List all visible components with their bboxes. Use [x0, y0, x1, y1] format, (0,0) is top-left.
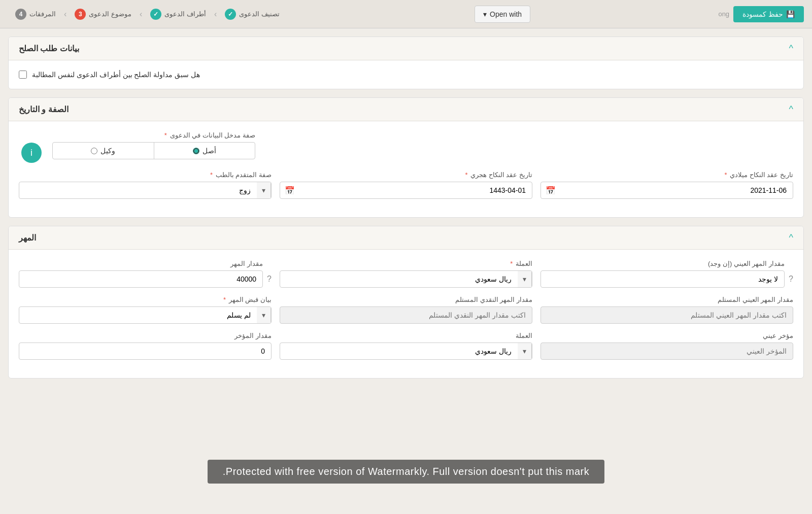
applicant-input[interactable]: [19, 182, 257, 198]
deferred-physical-label-text: مؤخر عيني: [763, 332, 793, 339]
deferred-currency-dropdown-arrow[interactable]: ▾: [518, 343, 532, 359]
reconciliation-body: هل سبق مداولة الصلح بين أطراف الدعوى لنف…: [9, 60, 803, 89]
mahr-row3: مؤخر عيني العملة ▾ م: [19, 332, 793, 360]
identity-body: صفة مدخل البيانات في الدعوى * أصل وكيل: [9, 121, 803, 217]
deferred-physical-group: مؤخر عيني: [540, 332, 793, 360]
data-entry-group: صفة مدخل البيانات في الدعوى * أصل وكيل: [52, 131, 255, 159]
cash-received-group: مقدار المهر النقدي المستلم: [280, 296, 532, 324]
hijri-group: تاريخ عقد النكاح هجري * 📅: [280, 171, 532, 199]
miladi-label: تاريخ عقد النكاح ميلادي *: [540, 171, 793, 179]
data-entry-row: صفة مدخل البيانات في الدعوى * أصل وكيل: [19, 131, 793, 163]
hijri-input-wrapper: 📅: [280, 182, 532, 199]
help-icon-mahr[interactable]: ?: [267, 275, 272, 284]
currency-input[interactable]: [280, 271, 518, 287]
step-parties-num: [150, 9, 161, 20]
applicant-dropdown-arrow[interactable]: ▾: [257, 182, 271, 198]
identity-section: ^ الصفة و التاريخ صفة مدخل البيانات في ا…: [8, 97, 804, 218]
mahr-amount-group-wrapper: ? مقدار المهر: [19, 260, 272, 288]
physical-received-input[interactable]: [540, 306, 793, 324]
mahr-row1: ? مقدار المهر العيني (إن وجد) العملة *: [19, 260, 793, 288]
identity-toggle-icon: ^: [789, 104, 793, 115]
step-attachments-num: 4: [15, 9, 26, 20]
radio-wakeel[interactable]: وكيل: [53, 143, 154, 159]
physical-mahr-input[interactable]: [540, 270, 785, 288]
step-parties: أطراف الدعوى: [143, 6, 213, 23]
applicant-dropdown[interactable]: ▾: [19, 182, 272, 199]
step-attachments: المرفقات 4: [8, 6, 63, 23]
identity-header[interactable]: ^ الصفة و التاريخ: [9, 98, 803, 121]
save-icon: 💾: [786, 10, 795, 18]
hijri-input[interactable]: [280, 182, 532, 199]
reconciliation-checkbox[interactable]: [19, 71, 27, 79]
reconciliation-header[interactable]: ^ بيانات طلب الصلح: [9, 37, 803, 60]
deferred-amount-group: مقدار المؤخر: [19, 332, 272, 360]
currency-dropdown[interactable]: ▾: [280, 270, 532, 288]
steps-indicator: تصنيف الدعوى › أطراف الدعوى › موضوع الدع…: [8, 6, 287, 23]
step-parties-label: أطراف الدعوى: [164, 10, 206, 18]
deferred-amount-label: مقدار المؤخر: [19, 332, 272, 339]
currency-required: *: [510, 260, 513, 267]
mahr-row2: مقدار المهر العيني المستلم مقدار المهر ا…: [19, 296, 793, 324]
mahr-toggle-icon: ^: [789, 232, 793, 243]
physical-received-group: مقدار المهر العيني المستلم: [540, 296, 793, 324]
cash-received-label-text: مقدار المهر النقدي المستلم: [455, 296, 532, 303]
physical-received-label-text: مقدار المهر العيني المستلم: [718, 296, 793, 303]
top-bar: 💾 حفظ كمسودة ong Open with ▾ تصنيف الدعو…: [0, 0, 812, 28]
mahr-receipt-input[interactable]: [19, 307, 257, 323]
calendar-icon-miladi: 📅: [546, 186, 556, 195]
mahr-receipt-group: بيان قبض المهر * ▾: [19, 296, 272, 324]
mahr-receipt-dropdown-arrow[interactable]: ▾: [257, 307, 271, 323]
mahr-section: ^ المهر ? مقدار المهر العيني (إن وجد): [8, 226, 804, 379]
deferred-currency-input[interactable]: [280, 343, 518, 359]
step-subject: موضوع الدعوى 3: [67, 6, 139, 23]
applicant-label: صفة المتقدم بالطب *: [19, 171, 272, 179]
deferred-currency-label-text: العملة: [516, 332, 532, 339]
radio-asl-input[interactable]: [193, 148, 199, 154]
open-with-button[interactable]: Open with ▾: [475, 6, 530, 23]
miladi-required: *: [724, 171, 727, 179]
dates-row: تاريخ عقد النكاح ميلادي * 📅 تاريخ عقد ال…: [19, 171, 793, 199]
cash-received-input[interactable]: [280, 306, 532, 324]
step-classification: تصنيف الدعوى: [218, 6, 287, 23]
mahr-header[interactable]: ^ المهر: [9, 226, 803, 250]
deferred-amount-input[interactable]: [19, 342, 272, 360]
mahr-receipt-required: *: [223, 296, 226, 303]
miladi-input-wrapper: 📅: [540, 182, 793, 199]
save-label: حفظ كمسودة: [742, 10, 783, 18]
identity-title: الصفة و التاريخ: [19, 105, 69, 114]
radio-asl[interactable]: أصل: [154, 143, 255, 159]
data-entry-required: *: [164, 131, 167, 139]
divider1: ›: [213, 10, 218, 19]
identity-action-button[interactable]: i: [21, 143, 42, 163]
chevron-down-icon: ▾: [483, 10, 487, 18]
help-icon-physical[interactable]: ?: [789, 275, 793, 284]
mahr-receipt-dropdown[interactable]: ▾: [19, 306, 272, 324]
reconciliation-checkbox-label: هل سبق مداولة الصلح بين أطراف الدعوى لنف…: [32, 71, 200, 79]
deferred-physical-input[interactable]: [540, 342, 793, 360]
save-draft-button[interactable]: 💾 حفظ كمسودة: [733, 6, 804, 22]
miladi-input[interactable]: [540, 182, 793, 199]
main-content: ^ بيانات طلب الصلح هل سبق مداولة الصلح ب…: [0, 28, 812, 395]
step-attachments-label: المرفقات: [29, 10, 56, 18]
deferred-physical-label: مؤخر عيني: [540, 332, 793, 339]
radio-wakeel-label: وكيل: [100, 147, 115, 155]
radio-wakeel-input[interactable]: [91, 148, 97, 154]
open-with-label: Open with: [490, 10, 522, 18]
cash-received-label: مقدار المهر النقدي المستلم: [280, 296, 532, 303]
divider2: ›: [139, 10, 143, 19]
app-name: ong: [718, 10, 729, 18]
mahr-amount-input[interactable]: [19, 270, 263, 288]
data-entry-label: صفة مدخل البيانات في الدعوى *: [52, 131, 255, 139]
physical-mahr-label: مقدار المهر العيني (إن وجد): [540, 260, 785, 267]
deferred-currency-dropdown[interactable]: ▾: [280, 342, 532, 360]
step-subject-label: موضوع الدعوى: [89, 10, 131, 18]
reconciliation-section: ^ بيانات طلب الصلح هل سبق مداولة الصلح ب…: [8, 37, 804, 89]
calendar-icon-hijri: 📅: [285, 186, 295, 195]
physical-mahr-group: مقدار المهر العيني (إن وجد): [540, 260, 785, 288]
mahr-amount-group: مقدار المهر: [19, 260, 263, 288]
currency-dropdown-arrow[interactable]: ▾: [518, 271, 532, 287]
currency-label: العملة *: [280, 260, 532, 267]
mahr-amount-label-text: مقدار المهر: [230, 260, 263, 267]
miladi-group: تاريخ عقد النكاح ميلادي * 📅: [540, 171, 793, 199]
data-entry-label-text: صفة مدخل البيانات في الدعوى: [170, 131, 255, 139]
